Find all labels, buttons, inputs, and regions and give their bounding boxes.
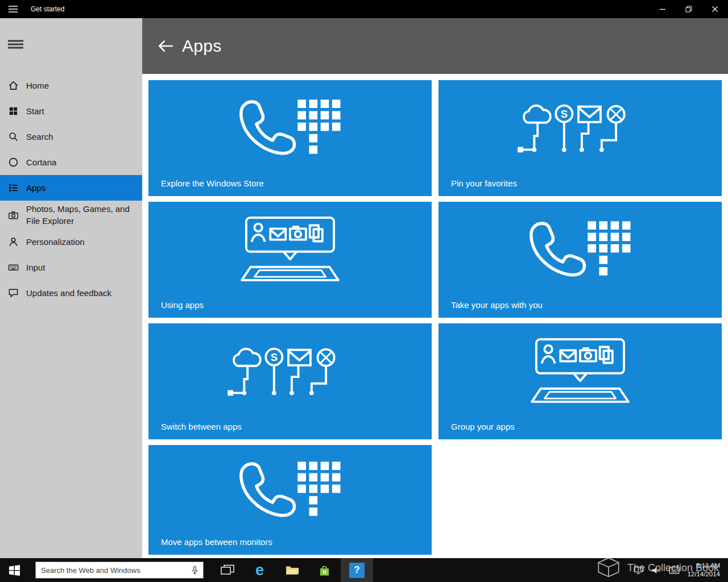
tile-label: Take your apps with you [451,300,543,310]
sidebar-item-label: Updates and feedback [26,287,121,299]
taskbar-icons: e ? [211,558,373,582]
sidebar-item-label: Apps [26,182,55,194]
edge-icon: e [255,563,264,578]
sidebar-item-cortana[interactable]: Cortana [0,149,142,175]
volume-muted-icon[interactable] [651,566,661,575]
phone-dialpad-icon [148,448,432,529]
tile-using-apps[interactable]: Using apps [148,202,432,318]
person-icon [8,236,19,247]
folder-icon [286,564,299,576]
device-apps-bubble-icon [148,205,432,292]
sidebar-item-home[interactable]: Home [0,73,142,98]
page-header: Apps [142,18,728,74]
pinned-favorites-icon [439,84,722,170]
tile-label: Switch between apps [161,422,242,431]
sidebar-item-label: Photos, Maps, Games, and File Explorer [26,203,142,227]
sidebar-item-personalization[interactable]: Personalization [0,229,142,255]
phone-dialpad-icon [148,84,432,170]
get-started-app-button[interactable]: ? [341,558,373,582]
close-button[interactable] [702,0,728,18]
task-view-icon [221,564,234,576]
back-button[interactable] [154,34,177,58]
apps-list-icon [8,182,19,193]
file-explorer-button[interactable] [276,558,308,582]
sidebar-item-photos-maps-games[interactable]: Photos, Maps, Games, and File Explorer [0,201,142,229]
tile-label: Explore the Windows Store [161,178,264,188]
pinned-favorites-icon [148,327,432,413]
start-tiles-icon [8,106,19,117]
windows-logo-icon [9,564,20,576]
sidebar-item-input[interactable]: Input [0,255,142,280]
phone-dialpad-icon [439,205,722,292]
window-title: Get started [31,5,64,13]
minimize-button[interactable] [650,0,676,18]
sidebar-item-apps[interactable]: Apps [0,175,142,201]
tile-explore-windows-store[interactable]: Explore the Windows Store [148,80,432,196]
search-icon [8,131,19,142]
content-area: Explore the Windows Store Pin your favor… [142,74,728,558]
tile-pin-your-favorites[interactable]: Pin your favorites [439,80,722,196]
sidebar-item-label: Home [26,80,58,92]
camera-icon [8,210,19,221]
tile-label: Using apps [161,300,204,310]
taskbar-clock[interactable]: 8:13 AM 12/14/2014 [687,562,720,579]
system-tray: 8:13 AM 12/14/2014 [634,558,728,582]
keyboard-icon [8,262,19,273]
tile-label: Pin your favorites [451,178,517,188]
sidebar-item-label: Start [26,105,53,117]
sidebar-nav: Home Start Search Cortana Apps [0,73,142,306]
start-button[interactable] [0,558,28,582]
sidebar-item-updates-feedback[interactable]: Updates and feedback [0,280,142,306]
tile-label: Group your apps [451,422,515,431]
tile-move-apps-between-monitors[interactable]: Move apps between monitors [148,445,432,555]
sidebar: Home Start Search Cortana Apps [0,18,142,558]
tile-label: Move apps between monitors [161,537,272,547]
tile-switch-between-apps[interactable]: Switch between apps [148,323,432,439]
tile-take-your-apps-with-you[interactable]: Take your apps with you [439,202,722,318]
sidebar-item-label: Personalization [26,236,94,248]
edge-browser-button[interactable]: e [243,558,276,582]
taskbar-search-box[interactable] [35,562,204,579]
store-button[interactable] [308,558,341,582]
titlebar: Get started [0,0,728,18]
tray-display-icon[interactable] [634,567,643,574]
clock-time: 8:13 AM [687,562,720,570]
search-input[interactable] [41,566,191,575]
store-bag-icon [318,564,331,576]
task-view-button[interactable] [211,558,243,582]
sidebar-item-label: Cortana [26,156,65,168]
device-apps-bubble-icon [439,327,722,413]
sidebar-item-label: Input [26,261,54,273]
restore-button[interactable] [676,0,702,18]
microphone-icon[interactable] [191,566,199,575]
sidebar-item-search[interactable]: Search [0,124,142,149]
page-title: Apps [182,36,222,56]
tile-group-your-apps[interactable]: Group your apps [439,323,722,439]
home-icon [8,80,19,91]
titlebar-hamburger-icon[interactable] [0,0,26,18]
clock-date: 12/14/2014 [687,570,720,579]
tile-grid: Explore the Windows Store Pin your favor… [148,80,722,555]
touch-keyboard-icon[interactable] [669,567,680,574]
help-question-icon: ? [349,563,365,578]
taskbar: e ? 8:13 AM 12/14/2014 [0,558,728,582]
sidebar-item-start[interactable]: Start [0,98,142,124]
cortana-circle-icon [8,157,19,168]
sidebar-item-label: Search [26,131,63,143]
feedback-bubble-icon [8,288,19,298]
sidebar-hamburger-icon[interactable] [8,40,23,49]
